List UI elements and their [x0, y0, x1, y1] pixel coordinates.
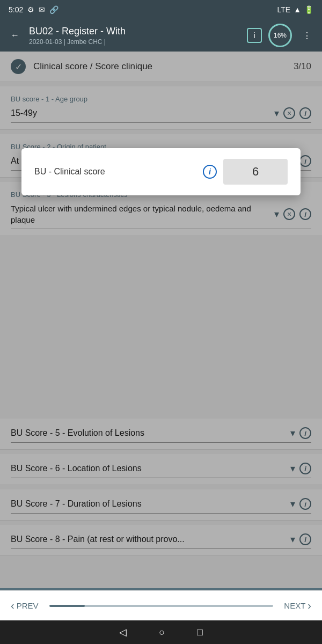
- more-vert-icon: [303, 31, 311, 41]
- system-nav-bar: [0, 620, 322, 644]
- app-bar-subtitle: 2020-01-03 | Jembe CHC |: [29, 38, 241, 46]
- system-home-icon: [159, 627, 165, 638]
- popup-overlay: BU - Clinical score i 6: [0, 52, 322, 588]
- back-button[interactable]: [6, 27, 24, 44]
- system-back-icon: [119, 626, 127, 638]
- battery-icon: 🔋: [304, 5, 313, 14]
- nav-progress-fill: [49, 605, 85, 607]
- network-signal-icon: ▲: [294, 5, 301, 14]
- popup-value-box: 6: [223, 159, 288, 185]
- status-time: 5:02: [9, 5, 23, 14]
- progress-circle: 16%: [268, 24, 292, 47]
- status-bar-left: 5:02 ⚙ ✉ 🔗: [9, 5, 58, 14]
- status-bar: 5:02 ⚙ ✉ 🔗 LTE ▲ 🔋: [0, 0, 322, 19]
- status-bar-right: LTE ▲ 🔋: [277, 5, 314, 14]
- signal-icon: 🔗: [49, 5, 58, 14]
- app-bar-title: BU02 - Register - With: [29, 26, 241, 37]
- next-label: NEXT: [284, 601, 305, 610]
- system-home-button[interactable]: [159, 627, 165, 638]
- app-bar-title-area: BU02 - Register - With 2020-01-03 | Jemb…: [29, 26, 241, 46]
- prev-label: PREV: [17, 601, 39, 610]
- system-recent-icon: [197, 627, 203, 638]
- app-bar: BU02 - Register - With 2020-01-03 | Jemb…: [0, 19, 322, 52]
- mail-icon: ✉: [39, 5, 45, 14]
- app-bar-icons: i 16%: [247, 24, 316, 47]
- bottom-nav: ‹ PREV NEXT ›: [0, 590, 322, 620]
- info-button[interactable]: i: [247, 28, 262, 43]
- settings-icon: ⚙: [27, 5, 34, 14]
- popup-info-button[interactable]: i: [203, 165, 217, 179]
- system-recent-button[interactable]: [197, 627, 203, 638]
- back-arrow-icon: [11, 31, 19, 40]
- progress-label: 16%: [274, 32, 287, 39]
- info-icon-app: i: [253, 31, 255, 40]
- next-arrow-icon: ›: [308, 599, 311, 612]
- lte-label: LTE: [277, 5, 291, 14]
- more-button[interactable]: [298, 27, 316, 44]
- prev-arrow-icon: ‹: [11, 599, 14, 612]
- system-back-button[interactable]: [119, 626, 127, 638]
- next-button[interactable]: NEXT ›: [284, 599, 311, 612]
- nav-progress-bar: [49, 605, 274, 607]
- popup-card: BU - Clinical score i 6: [21, 148, 301, 195]
- prev-button[interactable]: ‹ PREV: [11, 599, 39, 612]
- popup-label: BU - Clinical score: [34, 167, 196, 177]
- main-content: Clinical score / Score clinique 3/10 BU …: [0, 52, 322, 588]
